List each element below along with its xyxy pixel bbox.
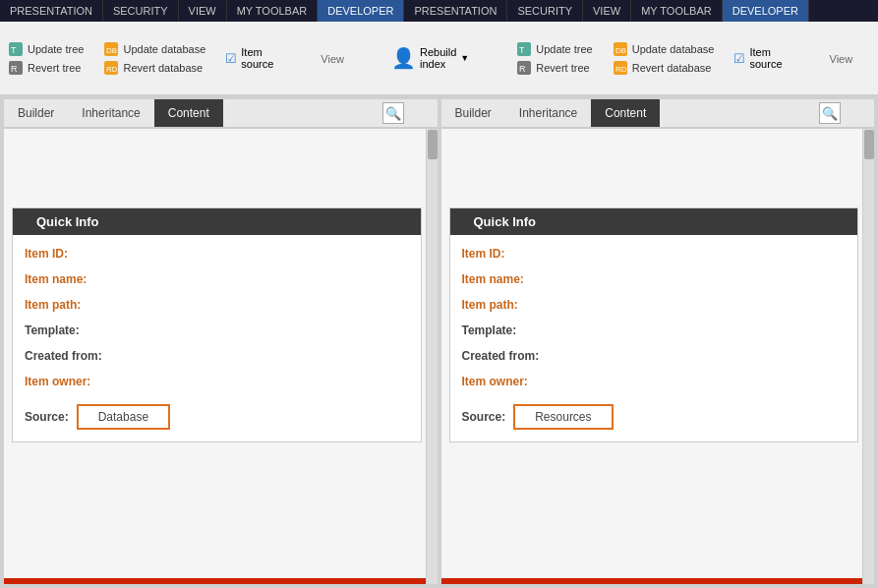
toolbar-area: T Update tree R Revert tree DB Update da… — [0, 22, 878, 95]
tab-mytoolbar2[interactable]: MY TOOLBAR — [631, 0, 723, 22]
item-path-label-left: Item path: — [25, 298, 81, 312]
tab-content-right[interactable]: Content — [591, 99, 660, 127]
quick-info-body-left: Item ID: Item name: Item path: Template:… — [13, 235, 421, 441]
toolbar-group-right-view: View — [830, 51, 853, 65]
tab-presentation1[interactable]: PRESENTATION — [0, 0, 103, 22]
person-icon-left: 👤 — [391, 46, 416, 70]
search-btn-left[interactable]: 🔍 — [382, 102, 404, 124]
update-db-icon-left: DB — [103, 41, 119, 57]
toolbar-group-left-db: DB Update database RD Revert database — [103, 41, 205, 76]
panels-wrapper: ▼ Builder Inheritance Content 🔍 Quick In… — [0, 95, 878, 588]
tab-inheritance-right[interactable]: Inheritance — [505, 99, 591, 127]
svg-text:RD: RD — [615, 65, 627, 74]
quick-info-card-left: Quick Info Item ID: Item name: Item path… — [12, 207, 422, 442]
bottom-bar-right — [441, 578, 875, 584]
checkbox-icon-left: ☑ — [225, 51, 237, 66]
toolbar-group-left-view: View — [321, 51, 344, 65]
tab-developer2[interactable]: DEVELOPER — [723, 0, 809, 22]
tab-presentation2[interactable]: PRESENTATION — [404, 0, 507, 22]
quick-info-title-right: Quick Info — [474, 214, 537, 229]
svg-text:DB: DB — [106, 46, 117, 55]
revert-database-btn-left[interactable]: RD Revert database — [103, 60, 205, 76]
toolbar-group-left-tree: T Update tree R Revert tree — [8, 41, 84, 76]
item-source-checkbox-right[interactable]: ☑ Item source — [733, 46, 782, 70]
tab-builder-left[interactable]: Builder — [4, 99, 68, 127]
svg-text:R: R — [11, 64, 18, 74]
update-db-icon-right: DB — [613, 41, 628, 57]
template-label-left: Template: — [25, 323, 80, 337]
item-source-checkbox-left[interactable]: ☑ Item source — [225, 46, 273, 70]
item-owner-label-left: Item owner: — [25, 375, 90, 388]
revert-tree-btn-right[interactable]: R Revert tree — [516, 60, 592, 76]
item-name-label-right: Item name: — [462, 272, 524, 286]
tab-mytoolbar1[interactable]: MY TOOLBAR — [227, 0, 319, 22]
tab-content-left[interactable]: Content — [154, 99, 223, 127]
update-tree-btn-left[interactable]: T Update tree — [8, 41, 84, 57]
checkbox-icon-right: ☑ — [733, 51, 745, 66]
svg-text:DB: DB — [615, 46, 626, 55]
view-label-right: View — [830, 53, 853, 65]
created-from-row-right: Created from: — [462, 349, 847, 363]
item-owner-row-left: Item owner: — [25, 375, 409, 388]
item-name-label-left: Item name: — [25, 272, 87, 286]
view-label-left: View — [321, 53, 344, 65]
quick-info-title-left: Quick Info — [36, 214, 99, 229]
item-owner-row-right: Item owner: — [462, 375, 847, 388]
search-icon-right: 🔍 — [822, 106, 838, 121]
tab-developer1[interactable]: DEVELOPER — [318, 0, 404, 22]
source-label-right: Source: — [462, 410, 506, 424]
quick-info-header-left: Quick Info — [13, 208, 421, 235]
bottom-bar-left — [4, 578, 438, 584]
quick-info-body-right: Item ID: Item name: Item path: Template:… — [450, 235, 858, 441]
revert-tree-icon-left: R — [8, 60, 24, 76]
item-id-row-left: Item ID: — [25, 247, 409, 261]
tree-icon-left: T — [8, 41, 24, 57]
search-icon-left: 🔍 — [385, 106, 401, 121]
source-row-left: Source: Database — [25, 404, 409, 430]
tab-view2[interactable]: VIEW — [583, 0, 631, 22]
quick-info-card-right: Quick Info Item ID: Item name: Item path… — [449, 207, 859, 442]
tab-security1[interactable]: SECURITY — [103, 0, 179, 22]
scrollbar-left[interactable] — [426, 129, 438, 584]
quick-info-header-right: Quick Info — [450, 208, 858, 235]
tab-view1[interactable]: VIEW — [179, 0, 227, 22]
panel-content-left: Quick Info Item ID: Item name: Item path… — [4, 129, 438, 584]
tab-builder-right[interactable]: Builder — [441, 99, 505, 127]
update-tree-btn-right[interactable]: T Update tree — [516, 41, 592, 57]
update-database-btn-right[interactable]: DB Update database — [613, 41, 715, 57]
toolbar-group-right-db: DB Update database RD Revert database — [613, 41, 715, 76]
item-name-row-left: Item name: — [25, 272, 409, 286]
source-button-right[interactable]: Resources — [513, 404, 613, 430]
scrollbar-right[interactable] — [862, 129, 874, 584]
panel-right: ▼ Builder Inheritance Content 🔍 Quick In… — [441, 99, 875, 584]
revert-db-icon-right: RD — [613, 60, 628, 76]
tree-icon-right: T — [516, 41, 532, 57]
rebuild-dropdown-icon-left: ▼ — [460, 53, 469, 63]
source-label-left: Source: — [25, 410, 69, 424]
template-row-right: Template: — [462, 323, 847, 337]
item-id-label-left: Item ID: — [25, 247, 68, 261]
template-row-left: Template: — [25, 323, 409, 337]
tab-security2[interactable]: SECURITY — [507, 0, 583, 22]
tab-inheritance-left[interactable]: Inheritance — [68, 99, 153, 127]
rebuild-index-btn-left[interactable]: 👤 Rebuild index ▼ — [391, 46, 469, 70]
item-id-label-right: Item ID: — [462, 247, 505, 261]
scroll-thumb-right — [864, 130, 874, 159]
tab-strip-left: Builder Inheritance Content 🔍 — [4, 99, 438, 129]
svg-text:RD: RD — [106, 65, 118, 74]
update-database-btn-left[interactable]: DB Update database — [103, 41, 205, 57]
scroll-thumb-left — [428, 130, 438, 159]
revert-tree-btn-left[interactable]: R Revert tree — [8, 60, 84, 76]
search-btn-right[interactable]: 🔍 — [819, 102, 841, 124]
item-path-row-right: Item path: — [462, 298, 847, 312]
panel-content-right: Quick Info Item ID: Item name: Item path… — [441, 129, 875, 584]
revert-database-btn-right[interactable]: RD Revert database — [613, 60, 715, 76]
revert-db-icon-left: RD — [103, 60, 119, 76]
item-path-row-left: Item path: — [25, 298, 409, 312]
item-id-row-right: Item ID: — [462, 247, 847, 261]
created-from-row-left: Created from: — [25, 349, 409, 363]
source-button-left[interactable]: Database — [77, 404, 170, 430]
created-from-label-right: Created from: — [462, 349, 540, 363]
item-name-row-right: Item name: — [462, 272, 847, 286]
item-owner-label-right: Item owner: — [462, 375, 528, 388]
